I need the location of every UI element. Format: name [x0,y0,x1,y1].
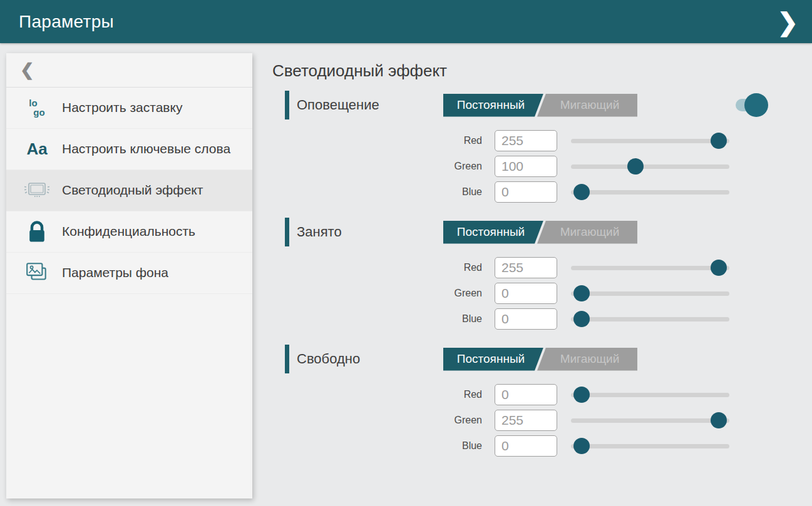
green-value-input[interactable] [495,156,557,177]
main-content: Светодиодный эффект Оповещение Постоянны… [272,61,812,472]
slider-thumb[interactable] [573,311,590,327]
mode-blinking-button[interactable]: Мигающий [537,221,637,244]
mode-blinking-button[interactable]: Мигающий [537,94,637,117]
sidebar: ❮ logo Настроить заставку Aa Настроить к… [6,53,252,498]
mode-constant-button[interactable]: Постоянный [443,94,543,117]
channel-label: Blue [272,313,495,325]
channel-label: Red [272,135,495,146]
sidebar-item-background[interactable]: Параметры фона [6,253,252,294]
sidebar-back-button[interactable]: ❮ [6,53,252,88]
slider-thumb[interactable] [711,133,727,149]
sidebar-item-label: Светодиодный эффект [62,182,203,198]
blue-slider[interactable] [571,311,729,327]
sidebar-item-label: Параметры фона [62,265,168,281]
slider-thumb[interactable] [573,387,590,403]
green-slider[interactable] [571,412,729,428]
blue-value-input[interactable] [495,181,557,203]
slider-thumb[interactable] [573,438,590,454]
channel-row-green: Green [272,156,812,177]
red-value-input[interactable] [495,130,557,151]
mode-segmented-control: Постоянный Мигающий [443,221,637,244]
slider-thumb[interactable] [573,285,590,301]
red-slider[interactable] [571,387,729,403]
mode-blinking-button[interactable]: Мигающий [537,348,637,371]
green-value-input[interactable] [495,283,557,304]
slider-thumb[interactable] [573,184,590,200]
section-label: Занято [297,224,443,240]
mode-segmented-control: Постоянный Мигающий [443,348,637,371]
section-notification: Оповещение Постоянный Мигающий Red Green [272,91,812,203]
channel-row-green: Green [272,410,812,431]
background-image-icon [22,261,52,286]
sidebar-item-keywords[interactable]: Aa Настроить ключевые слова [6,129,252,170]
section-label: Оповещение [297,97,443,113]
keywords-aa-icon: Aa [22,139,52,159]
sidebar-item-label: Настроить заставку [62,99,182,116]
channel-row-blue: Blue [272,308,812,330]
app-header: Параметры ❯ [0,0,812,43]
green-value-input[interactable] [495,410,557,431]
red-slider[interactable] [571,260,729,276]
blue-value-input[interactable] [495,435,557,457]
channel-label: Green [272,161,495,172]
channel-label: Blue [272,186,495,198]
channel-row-blue: Blue [272,181,812,203]
slider-thumb[interactable] [711,260,727,276]
channel-row-red: Red [272,130,812,151]
logo-icon: logo [22,99,52,117]
sidebar-item-label: Настроить ключевые слова [62,141,230,157]
mode-constant-button[interactable]: Постоянный [443,348,543,371]
section-free: Свободно Постоянный Мигающий Red Green B… [272,345,812,457]
red-value-input[interactable] [495,384,557,405]
page-title: Параметры [0,12,114,32]
green-slider[interactable] [571,158,729,175]
channel-row-green: Green [272,283,812,304]
blue-slider[interactable] [571,438,729,454]
mode-segmented-control: Постоянный Мигающий [443,94,637,117]
slider-thumb[interactable] [711,412,727,428]
green-slider[interactable] [571,285,729,301]
sidebar-item-led-effect[interactable]: Светодиодный эффект [6,170,252,211]
section-label: Свободно [297,351,443,367]
section-accent-bar [285,91,289,119]
main-title: Светодиодный эффект [272,61,812,81]
notification-toggle[interactable] [736,99,762,111]
channel-label: Green [272,288,495,299]
channel-row-red: Red [272,257,812,278]
channel-label: Red [272,389,495,400]
channel-row-blue: Blue [272,435,812,457]
mode-constant-button[interactable]: Постоянный [443,221,543,244]
section-accent-bar [285,218,289,246]
section-accent-bar [285,345,289,373]
sidebar-item-label: Конфиденциальность [62,223,195,240]
section-busy: Занято Постоянный Мигающий Red Green Blu… [272,218,812,330]
lock-icon [22,221,52,243]
collapse-panel-icon[interactable]: ❯ [777,9,798,34]
red-value-input[interactable] [495,257,557,278]
sidebar-item-screensaver[interactable]: logo Настроить заставку [6,88,252,129]
blue-value-input[interactable] [495,308,557,330]
slider-thumb[interactable] [627,158,644,175]
red-slider[interactable] [571,133,729,149]
channel-label: Green [272,415,495,426]
sidebar-item-privacy[interactable]: Конфиденциальность [6,211,252,253]
toggle-knob [744,93,768,117]
led-monitor-icon [22,179,52,203]
channel-label: Red [272,262,495,273]
channel-label: Blue [272,440,495,452]
chevron-left-icon: ❮ [20,60,34,80]
blue-slider[interactable] [571,184,729,200]
channel-row-red: Red [272,384,812,405]
